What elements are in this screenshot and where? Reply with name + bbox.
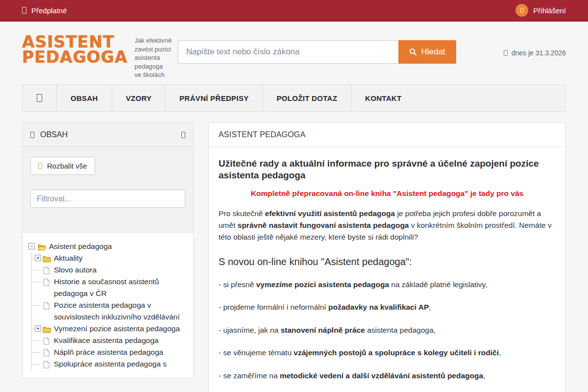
tree-node[interactable]: Slovo autora (32, 264, 187, 276)
folder-icon (43, 325, 51, 332)
date-text: dnes je 31.3.2026 (512, 49, 566, 57)
sidebar-obsah: OBSAH Rozbalit vše − Asistent pedagoga +… (22, 122, 194, 378)
book-icon (30, 132, 34, 138)
tagline-line: Jak efektivně (134, 36, 178, 45)
tree-node[interactable]: +Aktuality (32, 252, 187, 264)
home-icon (37, 94, 42, 102)
tagline-line: ve školách (134, 71, 178, 79)
search-button-label: Hledat (421, 47, 445, 57)
search-button[interactable]: Hledat (398, 40, 456, 64)
article-bullet-list: - si přesně vymezíme pozici asistenta pe… (219, 279, 556, 392)
tree-node-label[interactable]: Spolupráce asistenta pedagoga s (54, 358, 167, 370)
top-bar: Předplatné Přihlášení (0, 0, 588, 22)
nav-item-vzory[interactable]: VZORY (112, 85, 166, 111)
search-input[interactable] (178, 40, 398, 64)
collapse-expander-icon[interactable]: − (28, 243, 35, 249)
document-icon (43, 337, 51, 344)
expand-all-button[interactable]: Rozbalit vše (30, 157, 95, 175)
tree-node[interactable]: Kvalifikace asistenta pedagoga (32, 335, 187, 346)
article-subheading: S novou on-line knihou "Asistent pedagog… (219, 256, 556, 268)
content-tree: − Asistent pedagoga +AktualitySlovo auto… (23, 233, 193, 378)
main-article-card: ASISTENT PEDAGOGA Užitečné rady a aktuál… (208, 122, 566, 392)
tree-root-node[interactable]: − Asistent pedagoga (28, 241, 187, 252)
nav-home[interactable] (23, 85, 57, 111)
expand-expander-icon[interactable]: + (35, 325, 41, 332)
tree-node-label[interactable]: Aktuality (54, 252, 83, 264)
search-bar: Hledat (178, 40, 456, 64)
main-nav: OBSAHVZORYPRÁVNÍ PŘEDPISYPOLOŽIT DOTAZKO… (22, 84, 566, 112)
current-date: dnes je 31.3.2026 (504, 49, 566, 57)
tree-node-label[interactable]: Historie a současnost asistentů pedagoga… (54, 276, 187, 299)
article-intro: Pro skutečně efektivní využití asistentů… (219, 208, 556, 244)
login-link[interactable]: Přihlášení (515, 4, 566, 17)
tree-node-label[interactable]: Pozice asistenta pedagoga v souvislostec… (54, 299, 187, 323)
tree-filter-input[interactable] (30, 190, 185, 208)
logo-line-2: PEDAGOGA (22, 49, 127, 65)
user-icon (520, 8, 523, 13)
article-bullet: - ujasníme, jak na stanovení náplně prác… (219, 325, 556, 336)
article-heading: Užitečné rady a aktuální informace pro s… (219, 158, 556, 181)
tagline-line: asistenta pedagoga (134, 53, 178, 71)
tree-node-label[interactable]: Asistent pedagoga (49, 241, 112, 252)
nav-item-pr-vn-p-edpisy[interactable]: PRÁVNÍ PŘEDPISY (166, 85, 263, 111)
tree-node-label[interactable]: Slovo autora (54, 264, 97, 276)
tree-node[interactable]: Pozice asistenta pedagoga v souvislostec… (32, 299, 187, 323)
logo-tagline: Jak efektivnězavést poziciasistenta peda… (134, 34, 178, 79)
logo-text: ASISTENT PEDAGOGA (22, 34, 127, 79)
tree-node[interactable]: Spolupráce asistenta pedagoga s (32, 358, 187, 370)
tagline-line: zavést pozici (134, 45, 178, 54)
site-header: ASISTENT PEDAGOGA Jak efektivnězavést po… (22, 22, 566, 84)
tree-node-label[interactable]: Kvalifikace asistenta pedagoga (54, 335, 159, 346)
nav-item-polo-it-dotaz[interactable]: POLOŽIT DOTAZ (263, 85, 352, 111)
tree-node[interactable]: +Vymezení pozice asistenta pedagoga (32, 323, 187, 335)
sidebar-tools: Rozbalit vše (23, 147, 193, 233)
expand-all-icon (38, 163, 42, 169)
user-avatar (515, 4, 528, 17)
tree-children: +AktualitySlovo autoraHistorie a současn… (31, 252, 187, 370)
document-icon (43, 360, 51, 368)
article-card-title: ASISTENT PEDAGOGA (209, 123, 565, 147)
document-icon (43, 348, 51, 356)
article-bullet: - si přesně vymezíme pozici asistenta pe… (219, 279, 556, 290)
sidebar-title: OBSAH (40, 130, 68, 139)
calendar-icon (504, 50, 508, 56)
expand-expander-icon[interactable]: + (35, 255, 41, 261)
login-label: Přihlášení (533, 6, 566, 15)
search-icon (409, 48, 417, 56)
expand-all-label: Rozbalit vše (47, 162, 87, 170)
document-icon (43, 278, 51, 285)
document-icon (43, 301, 51, 309)
folder-open-icon (38, 243, 46, 250)
folder-icon (43, 254, 51, 262)
sidebar-collapse-icon[interactable] (181, 132, 185, 138)
tree-node[interactable]: Historie a současnost asistentů pedagoga… (32, 276, 187, 299)
subscribe-link[interactable]: Předplatné (22, 6, 67, 15)
nav-item-obsah[interactable]: OBSAH (57, 85, 112, 111)
nav-item-kontakt[interactable]: KONTAKT (351, 85, 415, 111)
article-highlight: Kompletně přepracovaná on-line kniha "As… (219, 189, 556, 198)
tree-node-label[interactable]: Vymezení pozice asistenta pedagoga (54, 323, 180, 335)
article-bullet: - se zaměříme na metodické vedení a dalš… (219, 370, 556, 381)
subscribe-icon (22, 7, 26, 14)
document-icon (43, 266, 51, 273)
article-bullet: - se věnujeme tématu vzájemných postojů … (219, 347, 556, 358)
tree-node-label[interactable]: Náplň práce asistenta pedagoga (54, 346, 163, 358)
article-body: Užitečné rady a aktuální informace pro s… (209, 147, 565, 392)
article-bullet: - projdeme formální i neformální požadav… (219, 302, 556, 313)
site-logo[interactable]: ASISTENT PEDAGOGA Jak efektivnězavést po… (22, 34, 178, 79)
sidebar-header: OBSAH (23, 123, 193, 147)
content-area: OBSAH Rozbalit vše − Asistent pedagoga +… (22, 122, 566, 392)
subscribe-label: Předplatné (31, 6, 67, 15)
tree-node[interactable]: Náplň práce asistenta pedagoga (32, 346, 187, 358)
